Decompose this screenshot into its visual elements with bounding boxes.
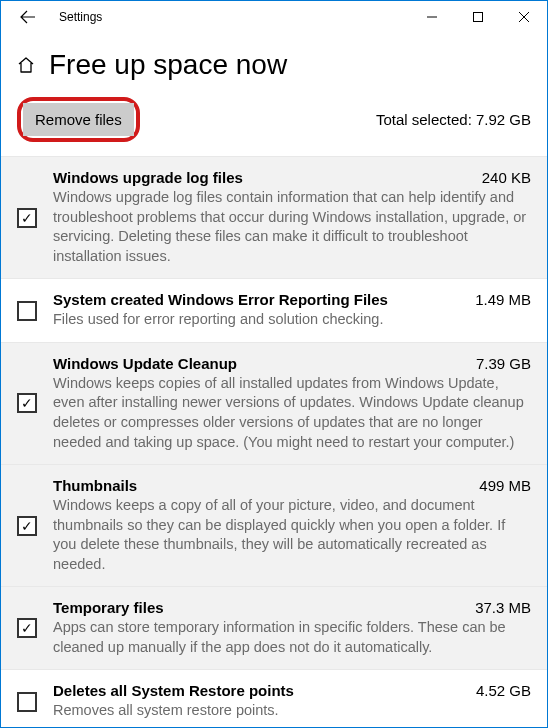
checkbox-column: [17, 355, 53, 452]
item-description: Files used for error reporting and solut…: [53, 310, 531, 330]
remove-files-button[interactable]: Remove files: [23, 103, 134, 136]
item-header: Windows Update Cleanup7.39 GB: [53, 355, 531, 372]
page-title: Free up space now: [49, 49, 287, 81]
checkbox[interactable]: [17, 516, 37, 536]
item-content: Thumbnails499 MBWindows keeps a copy of …: [53, 477, 531, 574]
item-description: Windows keeps a copy of all of your pict…: [53, 496, 531, 574]
list-item[interactable]: Windows upgrade log files240 KBWindows u…: [1, 156, 547, 278]
back-arrow-icon: [19, 8, 37, 26]
item-title: Deletes all System Restore points: [53, 682, 294, 699]
item-content: System created Windows Error Reporting F…: [53, 291, 531, 330]
minimize-icon: [427, 12, 437, 22]
list-item[interactable]: Windows Update Cleanup7.39 GBWindows kee…: [1, 342, 547, 464]
total-selected-label: Total selected: 7.92 GB: [376, 111, 531, 128]
close-icon: [519, 12, 529, 22]
remove-button-highlight: Remove files: [17, 97, 140, 142]
item-size: 37.3 MB: [475, 599, 531, 616]
item-description: Windows keeps copies of all installed up…: [53, 374, 531, 452]
item-title: Thumbnails: [53, 477, 137, 494]
checkbox[interactable]: [17, 301, 37, 321]
item-size: 1.49 MB: [475, 291, 531, 308]
checkbox-column: [17, 599, 53, 657]
item-description: Windows upgrade log files contain inform…: [53, 188, 531, 266]
back-button[interactable]: [9, 2, 47, 32]
item-size: 240 KB: [482, 169, 531, 186]
list-item[interactable]: System created Windows Error Reporting F…: [1, 278, 547, 342]
list-item[interactable]: Temporary files37.3 MBApps can store tem…: [1, 586, 547, 669]
item-title: System created Windows Error Reporting F…: [53, 291, 388, 308]
item-title: Temporary files: [53, 599, 164, 616]
window-controls: [409, 1, 547, 33]
action-row: Remove files Total selected: 7.92 GB: [1, 87, 547, 156]
home-icon[interactable]: [17, 56, 35, 74]
item-description: Removes all system restore points.: [53, 701, 531, 721]
checkbox-column: [17, 682, 53, 721]
checkbox-column: [17, 477, 53, 574]
item-description: Apps can store temporary information in …: [53, 618, 531, 657]
window-title: Settings: [59, 10, 102, 24]
checkbox-column: [17, 169, 53, 266]
item-title: Windows upgrade log files: [53, 169, 243, 186]
close-button[interactable]: [501, 1, 547, 33]
maximize-icon: [473, 12, 483, 22]
item-header: Windows upgrade log files240 KB: [53, 169, 531, 186]
item-header: Temporary files37.3 MB: [53, 599, 531, 616]
item-size: 4.52 GB: [476, 682, 531, 699]
item-header: System created Windows Error Reporting F…: [53, 291, 531, 308]
item-content: Windows Update Cleanup7.39 GBWindows kee…: [53, 355, 531, 452]
item-content: Windows upgrade log files240 KBWindows u…: [53, 169, 531, 266]
item-content: Temporary files37.3 MBApps can store tem…: [53, 599, 531, 657]
item-size: 499 MB: [479, 477, 531, 494]
list-item[interactable]: Thumbnails499 MBWindows keeps a copy of …: [1, 464, 547, 586]
checkbox[interactable]: [17, 208, 37, 228]
svg-rect-0: [474, 13, 483, 22]
checkbox[interactable]: [17, 393, 37, 413]
item-size: 7.39 GB: [476, 355, 531, 372]
checkbox[interactable]: [17, 692, 37, 712]
item-header: Thumbnails499 MB: [53, 477, 531, 494]
item-header: Deletes all System Restore points4.52 GB: [53, 682, 531, 699]
titlebar: Settings: [1, 1, 547, 33]
page-header: Free up space now: [1, 33, 547, 87]
maximize-button[interactable]: [455, 1, 501, 33]
checkbox-column: [17, 291, 53, 330]
list-item[interactable]: Deletes all System Restore points4.52 GB…: [1, 669, 547, 728]
minimize-button[interactable]: [409, 1, 455, 33]
storage-items-list: Windows upgrade log files240 KBWindows u…: [1, 156, 547, 728]
item-title: Windows Update Cleanup: [53, 355, 237, 372]
checkbox[interactable]: [17, 618, 37, 638]
item-content: Deletes all System Restore points4.52 GB…: [53, 682, 531, 721]
